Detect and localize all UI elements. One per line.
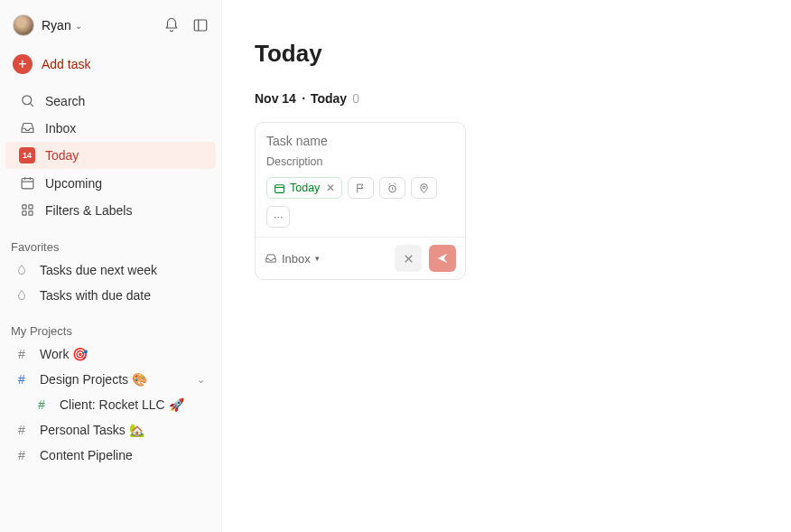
nav-search[interactable]: Search — [5, 88, 216, 114]
main-content: Today Nov 14 ‧ Today 0 Today ✕ — [222, 0, 791, 532]
favorite-item[interactable]: Tasks due next week — [0, 257, 221, 283]
drop-icon — [13, 264, 31, 276]
hash-icon: # — [13, 372, 31, 387]
calendar-icon — [18, 175, 36, 191]
svg-rect-8 — [22, 205, 25, 209]
search-icon — [18, 93, 36, 108]
svg-point-2 — [22, 96, 31, 105]
plus-icon: + — [13, 54, 33, 74]
priority-chip[interactable] — [348, 177, 374, 199]
task-count: 0 — [352, 91, 359, 106]
add-task-label: Add task — [42, 57, 90, 71]
svg-point-15 — [423, 186, 426, 189]
hash-icon: # — [13, 448, 31, 462]
nav-label: Inbox — [45, 121, 76, 135]
nav-filters[interactable]: Filters & Labels — [5, 197, 216, 223]
avatar[interactable] — [13, 14, 34, 36]
project-content[interactable]: # Content Pipeline — [0, 443, 221, 468]
submit-button[interactable] — [429, 245, 456, 272]
svg-line-3 — [30, 103, 33, 107]
cancel-button[interactable] — [395, 245, 422, 272]
svg-rect-9 — [28, 205, 32, 209]
date-heading: Nov 14 ‧ Today 0 — [255, 91, 791, 106]
task-description-input[interactable] — [266, 155, 454, 168]
projects-title[interactable]: My Projects — [0, 308, 221, 341]
hash-icon: # — [13, 423, 31, 437]
location-chip[interactable] — [411, 177, 437, 199]
panel-icon[interactable] — [192, 17, 209, 33]
quick-add-card: Today ✕ ··· — [255, 122, 466, 280]
date-suffix: Today — [311, 91, 347, 106]
project-selector-label: Inbox — [282, 252, 311, 266]
date-separator: ‧ — [302, 91, 305, 106]
project-label: Client: Rocket LLC 🚀 — [60, 397, 184, 412]
drop-icon — [13, 289, 31, 302]
project-work[interactable]: # Work 🎯 — [0, 341, 221, 367]
chip-label: Today — [290, 182, 320, 194]
project-rocket[interactable]: # Client: Rocket LLC 🚀 — [0, 392, 221, 417]
project-design[interactable]: # Design Projects 🎨 ⌄ — [0, 367, 221, 392]
nav-upcoming[interactable]: Upcoming — [5, 170, 216, 196]
project-selector[interactable]: Inbox ▾ — [265, 252, 320, 266]
svg-rect-4 — [22, 179, 33, 189]
favorite-label: Tasks due next week — [40, 263, 157, 277]
favorite-item[interactable]: Tasks with due date — [0, 283, 221, 308]
inbox-icon — [18, 120, 36, 135]
nav-today[interactable]: 14 Today — [5, 142, 216, 169]
date-label: Nov 14 — [255, 91, 296, 106]
chevron-down-icon[interactable]: ⌄ — [75, 21, 82, 31]
nav-label: Upcoming — [45, 176, 102, 191]
more-icon: ··· — [274, 210, 283, 223]
sidebar-header: Ryan ⌄ — [0, 9, 221, 47]
project-label: Content Pipeline — [40, 448, 133, 462]
nav-list: Search Inbox 14 Today Upcoming Filters &… — [0, 87, 221, 224]
clear-date-icon[interactable]: ✕ — [326, 182, 335, 194]
due-date-chip[interactable]: Today ✕ — [266, 177, 342, 199]
chevron-down-icon[interactable]: ⌄ — [197, 374, 209, 386]
nav-label: Search — [45, 94, 85, 108]
chevron-down-icon: ▾ — [315, 254, 320, 263]
hash-icon: # — [13, 347, 31, 361]
nav-label: Today — [45, 148, 79, 163]
add-task-button[interactable]: + Add task — [0, 47, 221, 81]
reminder-chip[interactable] — [379, 177, 405, 199]
svg-rect-0 — [194, 20, 207, 31]
username[interactable]: Ryan — [42, 18, 71, 33]
project-label: Personal Tasks 🏡 — [40, 423, 144, 437]
page-title: Today — [255, 40, 791, 68]
task-name-input[interactable] — [266, 134, 454, 148]
favorite-label: Tasks with due date — [40, 288, 151, 303]
svg-rect-12 — [275, 184, 284, 192]
sidebar: Ryan ⌄ + Add task Search Inbox — [0, 0, 222, 532]
svg-rect-10 — [22, 211, 25, 215]
nav-label: Filters & Labels — [45, 203, 132, 218]
project-label: Work 🎯 — [40, 347, 88, 361]
grid-icon — [18, 202, 36, 218]
bell-icon[interactable] — [163, 17, 180, 33]
favorites-title[interactable]: Favorites — [0, 224, 221, 257]
more-actions-chip[interactable]: ··· — [266, 206, 290, 228]
svg-rect-11 — [28, 211, 32, 215]
project-label: Design Projects 🎨 — [40, 372, 147, 387]
nav-inbox[interactable]: Inbox — [5, 115, 216, 141]
hash-icon: # — [33, 397, 51, 412]
calendar-today-icon: 14 — [18, 147, 36, 163]
project-personal[interactable]: # Personal Tasks 🏡 — [0, 417, 221, 443]
